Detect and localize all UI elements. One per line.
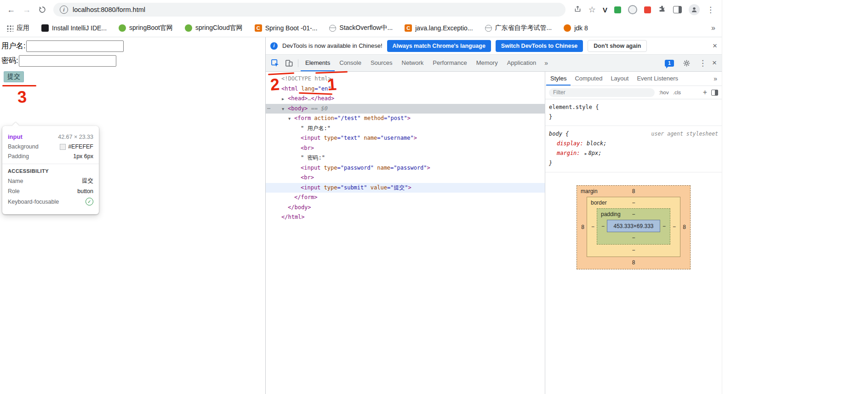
border-left-value[interactable]: − (589, 223, 597, 230)
url-text[interactable]: localhost:8080/form.html (73, 6, 145, 13)
margin-left-value[interactable]: 8 (579, 224, 587, 230)
dom-tree-line[interactable]: </html> (266, 212, 545, 223)
border-right-value[interactable]: − (670, 223, 678, 230)
spring-icon (185, 24, 192, 32)
css-property-margin[interactable]: margin: 8px; (549, 148, 718, 159)
switch-to-chinese-button[interactable]: Switch DevTools to Chinese (496, 40, 583, 52)
tab-sources[interactable]: Sources (366, 55, 397, 71)
inspect-icon[interactable] (268, 57, 282, 69)
cls-toggle-button[interactable]: .cls (673, 90, 681, 95)
dom-tree-line[interactable]: ▼<form action="/test" method="post"> (266, 114, 545, 124)
body-ua-rule[interactable]: body { user agent stylesheet display: bl… (545, 126, 722, 172)
submit-button[interactable]: 提交 (4, 71, 24, 82)
collapse-arrow-icon[interactable]: ▼ (282, 104, 288, 114)
site-info-icon[interactable] (60, 6, 68, 14)
notification-close-icon[interactable] (713, 41, 717, 51)
tab-event-listeners[interactable]: Event Listeners (633, 72, 682, 86)
share-icon[interactable] (574, 5, 582, 15)
collapse-arrow-icon[interactable]: ▼ (288, 114, 294, 124)
extensions-puzzle-icon[interactable] (658, 5, 666, 15)
address-bar[interactable]: localhost:8080/form.html (53, 3, 565, 17)
bookmark-item[interactable]: Install IntelliJ IDE... (41, 24, 107, 32)
styles-tabs-more-chevron[interactable]: » (710, 75, 721, 82)
box-model-margin[interactable]: margin8 8 border− − padding− (577, 185, 691, 269)
dom-tree-line[interactable]: </form> (266, 193, 545, 203)
menu-kebab-icon[interactable] (707, 5, 714, 15)
extension-green-icon[interactable] (614, 6, 621, 13)
dom-tree-line[interactable]: <br> (266, 173, 545, 183)
dom-tree-line[interactable]: <!DOCTYPE html> (266, 74, 545, 84)
devtools-tabs-more-chevron[interactable]: » (541, 59, 552, 67)
tab-elements[interactable]: Elements (301, 55, 335, 71)
box-model-content[interactable]: 453.333×69.333 (607, 220, 660, 232)
forward-icon[interactable] (19, 2, 34, 17)
tab-memory[interactable]: Memory (472, 55, 503, 71)
dom-tree-line[interactable]: <input type="text" name="username"> (266, 133, 545, 143)
more-actions-icon[interactable]: ⋯ (267, 104, 270, 114)
dom-tree-line[interactable]: " 用户名:" (266, 124, 545, 134)
tab-application[interactable]: Application (503, 55, 541, 71)
reload-icon[interactable] (35, 2, 50, 17)
tab-network[interactable]: Network (397, 55, 428, 71)
profile-avatar-icon[interactable] (689, 4, 700, 15)
console-messages-badge[interactable]: 1 (665, 60, 674, 67)
margin-top-value[interactable]: 8 (632, 188, 635, 194)
bookmark-item[interactable]: 应用 (6, 24, 29, 32)
back-icon[interactable] (4, 2, 18, 17)
padding-bottom-value[interactable]: − (632, 234, 635, 241)
bookmark-star-icon[interactable] (588, 5, 596, 15)
dom-tree-line[interactable]: <input type="password" name="password"> (266, 163, 545, 173)
margin-right-value[interactable]: 8 (680, 224, 688, 230)
new-style-rule-button[interactable]: + (703, 88, 707, 97)
always-match-language-button[interactable]: Always match Chrome's language (387, 40, 491, 52)
settings-gear-icon[interactable] (680, 57, 693, 69)
bookmarks-overflow-chevron[interactable]: » (711, 24, 715, 32)
bookmark-item[interactable]: Cjava.lang.Exceptio... (405, 24, 473, 32)
tooltip-background-hex: #EFEFEF (68, 143, 93, 150)
dom-tree-line[interactable]: </body> (266, 203, 545, 213)
border-bottom-value[interactable]: − (632, 247, 635, 253)
extension-red-icon[interactable] (644, 6, 651, 13)
dom-tree-line[interactable]: <br> (266, 143, 545, 154)
password-input[interactable] (19, 55, 116, 67)
tab-computed[interactable]: Computed (571, 72, 606, 86)
dom-tree-line[interactable]: " 密码:" (266, 153, 545, 163)
element-style-selector[interactable]: element.style { (549, 103, 718, 112)
box-model-padding[interactable]: padding− − 453.333×69.333 − − (597, 208, 670, 245)
box-model-border[interactable]: border− − padding− − 453.333×69.333 (587, 197, 680, 257)
dom-tree-line[interactable]: ▶<head>…</head> (266, 94, 545, 104)
dont-show-again-button[interactable]: Don't show again (588, 40, 647, 52)
dom-tree-line[interactable]: ⋯▼<body> == $0 (266, 104, 545, 114)
expand-arrow-icon[interactable]: ▶ (282, 94, 288, 104)
devtools-close-icon[interactable] (712, 58, 717, 68)
devtools-kebab-icon[interactable] (699, 58, 707, 68)
expand-shorthand-icon[interactable] (585, 149, 587, 159)
bookmark-item[interactable]: jdk 8 (564, 24, 588, 32)
extension-v-icon[interactable] (603, 6, 607, 14)
tab-performance[interactable]: Performance (428, 55, 471, 71)
padding-left-value[interactable]: − (599, 223, 607, 229)
body-selector[interactable]: body { (549, 129, 569, 139)
bookmark-item[interactable]: CSpring Boot -01-... (255, 24, 318, 32)
tab-console[interactable]: Console (335, 55, 366, 71)
hov-toggle-button[interactable]: :hov (659, 90, 669, 95)
dom-tree-line[interactable]: <input type="submit" value="提交"> (266, 183, 545, 193)
side-panel-icon[interactable] (673, 6, 682, 13)
tab-styles[interactable]: Styles (546, 72, 571, 86)
padding-right-value[interactable]: − (660, 223, 668, 229)
bookmark-item[interactable]: springCloud官网 (185, 24, 243, 32)
tab-layout[interactable]: Layout (606, 72, 633, 86)
padding-top-value[interactable]: − (632, 211, 635, 217)
bookmark-item[interactable]: StackOverflow中... (329, 24, 393, 32)
computed-panel-toggle-icon[interactable] (711, 90, 718, 96)
bookmark-item[interactable]: 广东省自学考试管... (485, 24, 552, 32)
username-input[interactable] (26, 40, 124, 52)
css-property-display[interactable]: display: block; (549, 139, 718, 148)
extension-smiley-icon[interactable] (628, 5, 637, 14)
styles-filter-input[interactable] (549, 88, 655, 97)
element-style-rule[interactable]: element.style { } (545, 99, 722, 126)
device-toolbar-icon[interactable] (282, 57, 296, 69)
margin-bottom-value[interactable]: 8 (632, 259, 635, 266)
border-top-value[interactable]: − (632, 200, 635, 206)
bookmark-item[interactable]: springBoot官网 (119, 24, 173, 32)
